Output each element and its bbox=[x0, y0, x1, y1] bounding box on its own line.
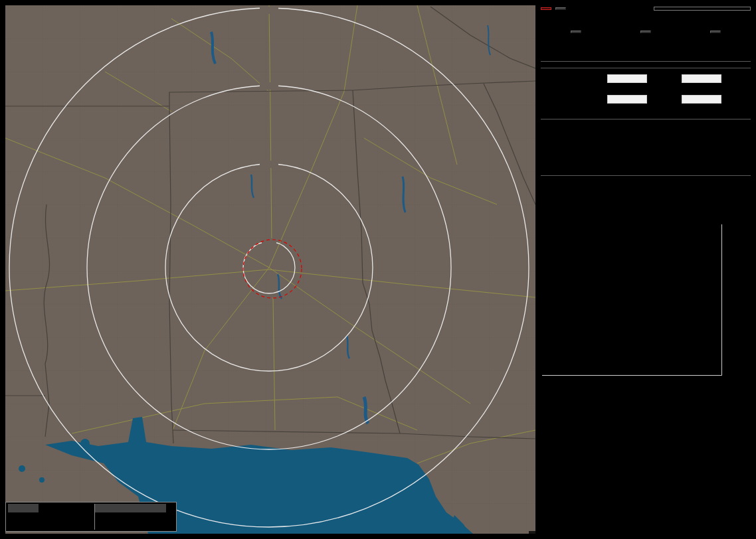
cloud-ground-row bbox=[541, 74, 751, 83]
distribution-title bbox=[541, 66, 751, 68]
control-panel bbox=[541, 5, 751, 534]
cg-plus-bar bbox=[607, 74, 647, 83]
pos-cg-recent-icon bbox=[66, 512, 80, 521]
legend-row-recent-label bbox=[8, 512, 39, 521]
map-legend bbox=[5, 502, 177, 532]
age-30-label bbox=[120, 512, 143, 521]
pos-ic-recent-icon bbox=[80, 512, 94, 521]
indicator-bar bbox=[541, 7, 751, 11]
trend-graph bbox=[541, 221, 752, 388]
copyright-label bbox=[529, 531, 535, 534]
neg-cg-recent-icon bbox=[39, 512, 52, 521]
neg-ic-recent-icon bbox=[52, 512, 66, 521]
legend-age-header bbox=[94, 504, 166, 512]
noises-per-min-label bbox=[710, 31, 721, 33]
intracloud-row bbox=[541, 95, 751, 104]
separator bbox=[541, 119, 751, 119]
totals-row bbox=[541, 42, 751, 46]
legend-col-neg-cg bbox=[39, 504, 52, 512]
separator bbox=[541, 61, 751, 62]
age-60-label bbox=[94, 521, 120, 530]
strike-map[interactable] bbox=[5, 5, 535, 534]
legend-col-pos-cg bbox=[66, 504, 80, 512]
stats-table bbox=[541, 184, 751, 213]
age-75-label bbox=[120, 521, 143, 530]
bearing-readout bbox=[654, 7, 751, 11]
neg-cg-old-icon bbox=[39, 521, 52, 530]
status-table bbox=[541, 127, 751, 167]
close-per-min-label bbox=[640, 31, 651, 33]
neg-ic-old-icon bbox=[52, 521, 66, 530]
strike-indicator-button[interactable] bbox=[541, 7, 551, 10]
age-15-label bbox=[94, 512, 120, 521]
stormvue-window bbox=[0, 0, 756, 539]
age-45-label bbox=[143, 512, 166, 521]
noise-indicator-button[interactable] bbox=[555, 7, 566, 10]
legend-symbols-header bbox=[8, 504, 39, 512]
age-90-label bbox=[143, 521, 166, 530]
legend-col-pos-ic bbox=[80, 504, 94, 512]
ic-minus-bar bbox=[682, 95, 721, 104]
map-canvas bbox=[5, 5, 535, 534]
pos-ic-old-icon bbox=[80, 521, 94, 530]
separator bbox=[541, 175, 751, 176]
ic-plus-bar bbox=[607, 95, 647, 104]
legend-col-neg-ic bbox=[52, 504, 66, 512]
strikes-per-min-label bbox=[571, 31, 581, 33]
rate-boxes bbox=[541, 31, 751, 36]
cg-minus-bar bbox=[682, 74, 721, 83]
pos-cg-old-icon bbox=[66, 521, 80, 530]
legend-row-old-label bbox=[8, 521, 39, 530]
